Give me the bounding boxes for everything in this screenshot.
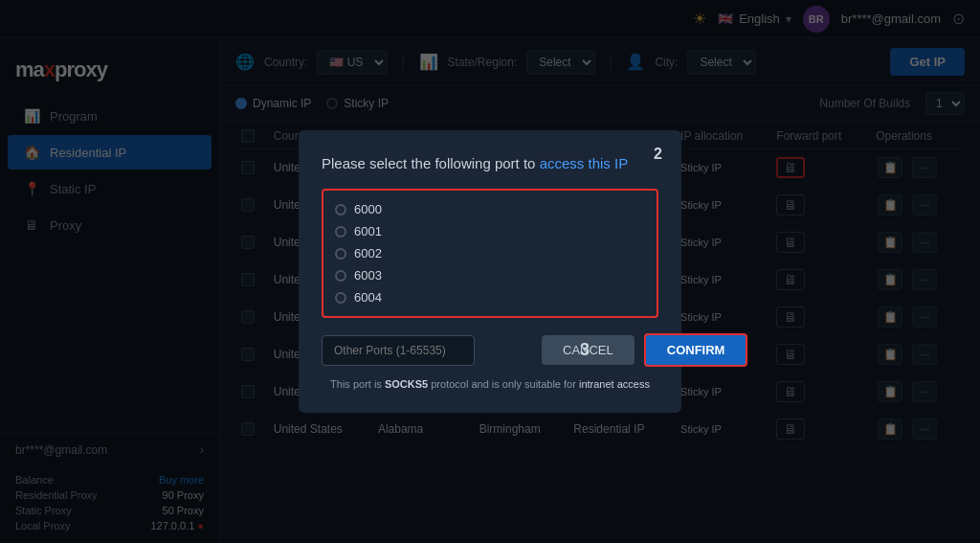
port-label-6001: 6001: [354, 224, 382, 238]
modal-footer: This port is SOCKS5 protocol and is only…: [322, 378, 658, 390]
modal-title: Please select the following port to acce…: [322, 153, 658, 173]
port-radio-6003: [335, 270, 346, 282]
port-radio-6000: [335, 204, 346, 215]
port-radio-6002: [335, 248, 346, 260]
confirm-button[interactable]: CONFIRM: [644, 333, 748, 367]
step-2-badge: 2: [654, 146, 662, 163]
port-label-6004: 6004: [354, 290, 382, 305]
port-option-6001[interactable]: 6001: [335, 220, 645, 242]
port-option-6000[interactable]: 6000: [335, 198, 645, 220]
port-option-6003[interactable]: 6003: [335, 264, 645, 286]
port-label-6003: 6003: [354, 268, 382, 283]
port-list: 6000 6001 6002 6003 6004: [322, 189, 658, 318]
modal-actions: CANCEL CONFIRM: [542, 333, 747, 367]
step-3-badge: 3: [580, 340, 590, 360]
port-label-6002: 6002: [354, 246, 382, 260]
port-selection-modal: 2 Please select the following port to ac…: [299, 130, 681, 413]
port-radio-6001: [335, 226, 346, 238]
port-option-6002[interactable]: 6002: [335, 242, 645, 264]
port-label-6000: 6000: [354, 202, 382, 216]
modal-overlay: 2 Please select the following port to ac…: [0, 0, 980, 543]
other-ports-input[interactable]: [322, 335, 475, 366]
port-radio-6004: [335, 292, 346, 304]
port-option-6004[interactable]: 6004: [335, 286, 645, 308]
